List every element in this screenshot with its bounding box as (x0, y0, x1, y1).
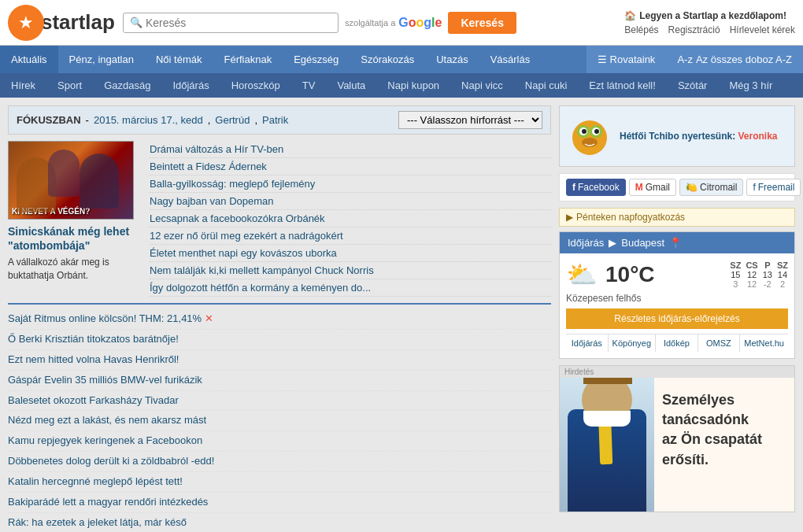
citromail-icon: 🍋 (686, 182, 698, 193)
search-input[interactable] (146, 17, 331, 29)
arrow-icon: ▶ (566, 212, 573, 223)
left-news: Saját Ritmus online kölcsön! THM: 21,41%… (8, 309, 551, 532)
nav-aktualis[interactable]: Aktuális (0, 46, 58, 73)
home-link[interactable]: 🏠 Legyen a Startlap a kezdőlapom! (624, 10, 795, 21)
nav-valuta[interactable]: Valuta (326, 73, 376, 98)
nav-ezt-latnod[interactable]: Ezt látnod kell! (578, 73, 667, 98)
weather-main: ⛅ 10°C SZ 15 3 CS 12 12 (566, 260, 788, 290)
focus-patrik[interactable]: Patrik (262, 114, 288, 126)
citromail-btn[interactable]: 🍋 Citromail (679, 179, 743, 196)
register-link[interactable]: Regisztráció (668, 24, 720, 35)
newsletter-link[interactable]: Hírlevelet kérek (730, 24, 795, 35)
solar-eclipse-text: Pénteken napfogyatkozás (576, 212, 685, 223)
nav-utazas[interactable]: Utazás (425, 46, 479, 73)
left-news-6[interactable]: Nézd meg ezt a lakást, és nem akarsz más… (8, 411, 551, 431)
nav-napi-vicc[interactable]: Napi vicc (450, 73, 514, 98)
nav-meg-3-hir[interactable]: Még 3 hír (718, 73, 783, 98)
weather-tab-idokep[interactable]: Időkép (656, 334, 698, 352)
logo-icon (8, 5, 44, 41)
ad-right: Hirdetés (559, 365, 795, 512)
weather-header: Időjárás ▶ Budapest 📍 (560, 232, 794, 253)
promo-winner: Veronika (738, 131, 777, 142)
featured-desc: A vállalkozó akár meg is buktathatja Orb… (8, 256, 142, 283)
news-link-8[interactable]: Nem találják ki,ki mellett kampányol Chu… (150, 264, 374, 276)
nav-horoszköp[interactable]: Horoszkóp (220, 73, 291, 98)
svg-point-5 (582, 129, 587, 134)
search-magnifier-icon: 🔍 (130, 17, 142, 28)
nav-vasarlas[interactable]: Vásárlás (479, 46, 542, 73)
nav-idojaras[interactable]: Időjárás (161, 73, 220, 98)
weather-forecast-button[interactable]: Részletes időjárás-előrejelzés (566, 308, 788, 329)
search-input-wrapper[interactable]: 🔍 (123, 13, 339, 33)
nav-napi-kupon[interactable]: Napi kupon (376, 73, 450, 98)
nav-penz[interactable]: Pénz, ingatlan (58, 46, 145, 73)
ad-right-label: Hirdetés (560, 366, 794, 378)
nav-szotar[interactable]: Szótár (667, 73, 719, 98)
news-link-3[interactable]: Balla-gyilkosság: meglepő fejlemény (150, 178, 315, 190)
nav-hirek[interactable]: Hírek (0, 73, 46, 98)
left-news-2[interactable]: Ő Berki Krisztián titokzatos barátnője! (8, 330, 551, 350)
news-link-4[interactable]: Nagy bajban van Dopeman (150, 195, 274, 207)
social-row: f Facebook M Gmail 🍋 Citromail f Freemai… (559, 173, 795, 201)
nav-sport[interactable]: Sport (46, 73, 93, 98)
weather-city[interactable]: Budapest (621, 237, 664, 249)
left-news-8[interactable]: Döbbenetes dolog derült ki a zöldbabról … (8, 452, 551, 472)
weather-tabs: Időjárás Köpönyeg Időkép OMSZ MetNet.hu (566, 334, 788, 352)
logo[interactable]: startlap (8, 5, 115, 41)
news-link-5[interactable]: Lecsapnak a facebookozókra Orbánék (150, 212, 325, 224)
nav-ferfi[interactable]: Férfiaknak (213, 46, 283, 73)
solar-eclipse-link[interactable]: ▶ Pénteken napfogyatkozás (559, 208, 795, 227)
nav-napi-cuki[interactable]: Napi cuki (514, 73, 578, 98)
left-news-7[interactable]: Kamu repjegyek keringenek a Facebookon (8, 431, 551, 452)
nav-gazdasag[interactable]: Gazdaság (93, 73, 161, 98)
left-news-9[interactable]: Katalin hercegnné meglepő lépést tett! (8, 472, 551, 493)
news-link-9[interactable]: Így dolgozott hétfőn a kormány a keménye… (150, 282, 371, 294)
gmail-btn[interactable]: M Gmail (629, 179, 676, 196)
az-icon: A-z (677, 54, 693, 65)
weather-days: SZ 15 3 CS 12 12 P 13 -2 (730, 260, 788, 289)
login-link[interactable]: Belépés (624, 24, 658, 35)
featured-title[interactable]: Simicskának még lehet "atombombája" (8, 224, 142, 253)
logo-text: startlap (41, 10, 115, 35)
left-news-1[interactable]: Saját Ritmus online kölcsön! THM: 21,41%… (8, 309, 551, 330)
news-link-1[interactable]: Drámai változás a Hír TV-ben (150, 143, 283, 155)
list-item: Nagy bajban van Dopeman (150, 193, 551, 210)
main-content: FÓKUSZBAN - 2015. március 17., kedd , Ge… (0, 98, 803, 532)
promo-text: Hétfői Tchibo nyertesünk: Veronika (620, 131, 778, 142)
nav-szorakozas[interactable]: Szórakozás (350, 46, 425, 73)
nav-egeszseg[interactable]: Egészség (283, 46, 350, 73)
freemail-btn[interactable]: f Freemail (746, 179, 801, 196)
focus-date-link[interactable]: 2015. március 17., kedd (94, 114, 203, 126)
left-news-11[interactable]: Rák: ha ezetek a jeleket látja, már késő (8, 513, 551, 532)
weather-day-2: CS 12 12 (746, 260, 757, 289)
google-logo: Google (398, 16, 442, 30)
news-link-7[interactable]: Életet menthet napi egy kovászos uborka (150, 247, 337, 259)
left-news-3[interactable]: Ezt nem hitted volna Havas Henrikről! (8, 350, 551, 371)
search-button[interactable]: Keresés (448, 12, 516, 34)
news-link-2[interactable]: Beintett a Fidesz Ádernek (150, 161, 267, 172)
weather-tab-idojaras[interactable]: Időjárás (566, 334, 609, 352)
weather-tab-koponyeg[interactable]: Köpönyeg (609, 334, 657, 352)
left-news-5[interactable]: Balesetet okozott Farkasházy Tivadar (8, 391, 551, 412)
left-news-4[interactable]: Gáspár Evelin 35 milliós BMW-vel furikáz… (8, 371, 551, 391)
nav-osszes-doboz[interactable]: A-z Az összes doboz A-Z (666, 46, 803, 73)
nav-rovataink[interactable]: ☰ Rovataink (587, 46, 667, 73)
left-news-10[interactable]: Bakiparádé lett a magyar rendőri intézke… (8, 493, 551, 513)
weather-tab-metnet[interactable]: MetNet.hu (740, 334, 788, 352)
nav-secondary: Hírek Sport Gazdaság Időjárás Horoszkóp … (0, 73, 803, 98)
article-area: KI NEVET A VÉGÉN? Simicskának még lehet … (8, 141, 551, 297)
nav-noi[interactable]: Női témák (145, 46, 213, 73)
news-link-6[interactable]: 12 ezer nő örül meg ezekért a nadrágokér… (150, 230, 343, 242)
facebook-btn[interactable]: f Facebook (566, 179, 626, 196)
ad-text-right: Személyes tanácsadónk az Ön csapatát erő… (654, 378, 794, 512)
nav-tv[interactable]: TV (291, 73, 327, 98)
list-item: Lecsapnak a facebookozókra Orbánék (150, 210, 551, 227)
center-column: FÓKUSZBAN - 2015. március 17., kedd , Ge… (8, 105, 551, 532)
weather-temp: 10°C (605, 262, 655, 287)
weather-tab-omsz[interactable]: OMSZ (698, 334, 741, 352)
list-item: Drámai változás a Hír TV-ben (150, 141, 551, 158)
focus-gertrud[interactable]: Gertrúd (215, 114, 250, 126)
focus-bar: FÓKUSZBAN - 2015. március 17., kedd , Ge… (8, 105, 551, 135)
right-column: Hétfői Tchibo nyertesünk: Veronika f Fac… (559, 105, 795, 532)
hirforras-select[interactable]: --- Válasszon hírforrást --- (398, 111, 542, 129)
